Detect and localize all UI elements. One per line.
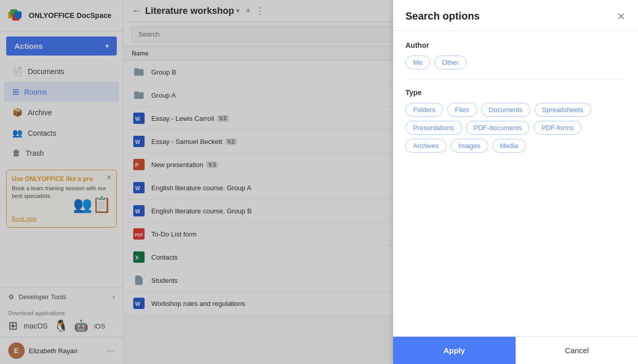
- type-chip-presentations[interactable]: Presentations: [405, 121, 462, 135]
- author-chip-me[interactable]: Me: [405, 56, 430, 69]
- type-chip-spreadsheets[interactable]: Spreadsheets: [535, 103, 591, 117]
- type-chip-group: FoldersFilesDocumentsSpreadsheetsPresent…: [405, 103, 626, 153]
- type-chip-pdf-documents[interactable]: PDF-documents: [466, 121, 530, 135]
- type-section-label: Type: [405, 88, 626, 97]
- panel-title: Search options: [405, 10, 480, 22]
- type-chip-files[interactable]: Files: [447, 103, 476, 117]
- type-chip-archives[interactable]: Archives: [405, 139, 447, 153]
- type-chip-pdf-forms[interactable]: PDF-forms: [534, 121, 581, 135]
- apply-button[interactable]: Apply: [393, 337, 516, 364]
- search-options-overlay: Search options ✕ Author MeOther Type Fol…: [0, 0, 638, 364]
- search-options-panel: Search options ✕ Author MeOther Type Fol…: [393, 0, 638, 364]
- type-chip-folders[interactable]: Folders: [405, 103, 443, 117]
- type-chip-images[interactable]: Images: [451, 139, 488, 153]
- cancel-button[interactable]: Cancel: [516, 337, 639, 364]
- panel-body: Author MeOther Type FoldersFilesDocument…: [393, 31, 638, 336]
- panel-header: Search options ✕: [393, 0, 638, 31]
- section-divider: [405, 80, 626, 80]
- author-section-label: Author: [405, 41, 626, 49]
- author-chip-group: MeOther: [405, 56, 626, 69]
- panel-close-icon[interactable]: ✕: [617, 11, 626, 22]
- type-chip-media[interactable]: Media: [492, 139, 526, 153]
- panel-footer: Apply Cancel: [393, 336, 638, 364]
- author-chip-other[interactable]: Other: [434, 56, 467, 69]
- type-chip-documents[interactable]: Documents: [481, 103, 530, 117]
